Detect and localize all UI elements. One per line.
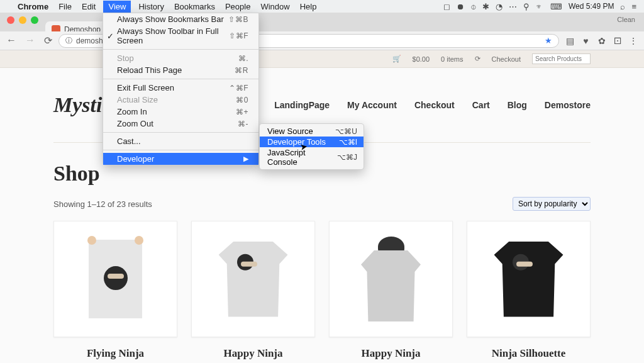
result-count: Showing 1–12 of 23 results xyxy=(53,199,152,209)
shortcut: ⌘. xyxy=(238,54,248,63)
submenu-item-label: View Source xyxy=(267,126,313,136)
menu-item-label: Exit Full Screen xyxy=(117,83,174,92)
menu-item-label: Stop xyxy=(117,53,134,63)
window-controls[interactable] xyxy=(7,16,38,24)
page-content: 🛒 $0.00 0 items ⟳ Checkout Mystile Conta… xyxy=(0,50,644,363)
wifi-icon[interactable]: ᯤ xyxy=(536,2,544,11)
forward-button[interactable]: → xyxy=(25,35,35,47)
cart-amount: $0.00 xyxy=(413,55,430,63)
app-name[interactable]: Chrome xyxy=(18,2,48,11)
submenu-item-devtools[interactable]: Developer Tools ⌥⌘I xyxy=(260,137,364,147)
shortcut: ⇧⌘F xyxy=(229,31,248,40)
menu-item-reload[interactable]: Reload This Page ⌘R xyxy=(103,64,258,76)
product-card[interactable]: Ninja Silhouette xyxy=(467,221,591,360)
bookmark-star-icon[interactable]: ★ xyxy=(545,36,552,45)
nav-blog[interactable]: Blog xyxy=(508,100,527,110)
menu-item-zoom-out[interactable]: Zoom Out ⌘- xyxy=(103,118,258,130)
menu-separator xyxy=(103,132,258,133)
ninja-icon xyxy=(237,254,253,270)
menu-edit[interactable]: Edit xyxy=(82,2,96,11)
menu-item-label: Developer xyxy=(117,154,154,164)
product-thumb xyxy=(329,221,453,337)
menu-people[interactable]: People xyxy=(225,2,250,11)
check-icon: ✓ xyxy=(107,31,114,41)
product-grid: Flying Ninja Happy Ninja Happy Ninja xyxy=(0,221,644,360)
nav-cart[interactable]: Cart xyxy=(472,100,490,110)
search-products-input[interactable] xyxy=(532,53,591,64)
menu-item-exit-fullscreen[interactable]: Exit Full Screen ⌃⌘F xyxy=(103,82,258,94)
chrome-menu-icon[interactable]: ⋮ xyxy=(628,36,638,46)
extension-icon[interactable]: ⚀ xyxy=(613,36,622,46)
status-icon[interactable]: ◔ xyxy=(496,2,502,11)
menu-bookmarks[interactable]: Bookmarks xyxy=(174,2,215,11)
product-card[interactable]: Happy Ninja xyxy=(329,221,453,360)
menu-view[interactable]: View xyxy=(103,1,131,13)
menu-item-label: Actual Size xyxy=(117,95,158,104)
menu-item-toolbar-fullscreen[interactable]: ✓ Always Show Toolbar in Full Screen ⇧⌘F xyxy=(103,25,258,47)
menu-history[interactable]: History xyxy=(138,2,164,11)
menu-window[interactable]: Window xyxy=(260,2,289,11)
menu-item-label: Always Show Toolbar in Full Screen xyxy=(117,26,229,45)
menu-item-stop: Stop ⌘. xyxy=(103,52,258,64)
submenu-item-view-source[interactable]: View Source ⌥⌘U xyxy=(260,126,364,137)
notifications-icon[interactable]: ≡ xyxy=(631,2,636,11)
status-icon[interactable]: ⌽ xyxy=(471,2,476,11)
shortcut: ⌃⌘F xyxy=(229,84,248,92)
menu-item-actual-size: Actual Size ⌘0 xyxy=(103,94,258,106)
status-icon[interactable]: ⋯ xyxy=(509,2,517,11)
menu-item-bookmarks-bar[interactable]: Always Show Bookmarks Bar ⇧⌘B xyxy=(103,13,258,25)
checkout-link[interactable]: Checkout xyxy=(492,55,521,63)
product-card[interactable]: Happy Ninja xyxy=(191,221,315,360)
cart-icon[interactable]: 🛒 xyxy=(392,55,401,63)
status-icon[interactable]: ◻ xyxy=(443,2,450,11)
status-icon[interactable]: ✱ xyxy=(482,2,489,11)
cart-items[interactable]: 0 items xyxy=(441,55,463,63)
product-name: Flying Ninja xyxy=(53,347,177,360)
sort-select[interactable]: Sort by popularity xyxy=(513,197,591,211)
menu-item-zoom-in[interactable]: Zoom In ⌘+ xyxy=(103,106,258,118)
menu-separator xyxy=(103,79,258,79)
utility-bar: 🛒 $0.00 0 items ⟳ Checkout xyxy=(0,50,644,68)
status-icon[interactable]: ⏺ xyxy=(457,2,465,11)
menu-item-label: Zoom Out xyxy=(117,119,153,128)
spotlight-icon[interactable]: ⌕ xyxy=(620,2,625,11)
cursor-icon: ➤ xyxy=(299,141,309,152)
product-name: Ninja Silhouette xyxy=(467,347,591,360)
submenu-item-js-console[interactable]: JavaScript Console ⌥⌘J xyxy=(260,147,364,167)
menu-item-cast[interactable]: Cast... xyxy=(103,135,258,147)
battery-icon[interactable]: ⌨︎ xyxy=(550,2,562,11)
status-icon[interactable]: ⚲ xyxy=(523,2,530,11)
submenu-item-label: Developer Tools xyxy=(267,137,326,147)
menu-item-developer[interactable]: Developer ▶ xyxy=(103,153,258,165)
extension-icon[interactable]: ♥ xyxy=(581,36,591,46)
nav-demostore[interactable]: Demostore xyxy=(545,100,591,110)
extension-icon[interactable]: ▤ xyxy=(565,36,575,46)
minimize-window-button[interactable] xyxy=(19,16,26,24)
menu-item-label: Always Show Bookmarks Bar xyxy=(117,14,224,24)
sort-wrapper: Sort by popularity xyxy=(513,197,591,211)
menu-file[interactable]: File xyxy=(58,2,72,11)
product-card[interactable]: Flying Ninja xyxy=(53,221,177,360)
nav-myaccount[interactable]: My Account xyxy=(347,100,397,110)
nav-buttons: ← → ⟳ xyxy=(6,35,52,47)
menubar-clock[interactable]: Wed 5:49 PM xyxy=(569,2,614,11)
nav-landingpage[interactable]: LandingPage xyxy=(274,100,330,110)
result-meta: Showing 1–12 of 23 results Sort by popul… xyxy=(0,192,644,221)
nav-checkout[interactable]: Checkout xyxy=(414,100,455,110)
back-button[interactable]: ← xyxy=(6,35,16,47)
chrome-toolbar: ← → ⟳ ⓘ demoshop.co ★ ▤ ♥ ✿ ⚀ ⋮ xyxy=(0,31,644,50)
extension-icon[interactable]: ✿ xyxy=(597,36,606,46)
reload-button[interactable]: ⟳ xyxy=(44,35,52,47)
product-thumb xyxy=(53,221,177,337)
site-info-icon[interactable]: ⓘ xyxy=(65,36,72,45)
main-nav: Contact LandingPage My Account Checkout … xyxy=(224,100,591,110)
menubar-left: Chrome File Edit View History Bookmarks … xyxy=(0,2,316,11)
checkout-icon: ⟳ xyxy=(475,55,480,63)
shortcut: ⌥⌘U xyxy=(335,127,357,136)
menu-item-label: Cast... xyxy=(117,137,141,146)
maximize-window-button[interactable] xyxy=(31,16,38,24)
close-window-button[interactable] xyxy=(7,16,14,24)
poster-graphic xyxy=(89,240,142,318)
menu-help[interactable]: Help xyxy=(300,2,317,11)
view-dropdown: Always Show Bookmarks Bar ⇧⌘B ✓ Always S… xyxy=(103,13,259,165)
